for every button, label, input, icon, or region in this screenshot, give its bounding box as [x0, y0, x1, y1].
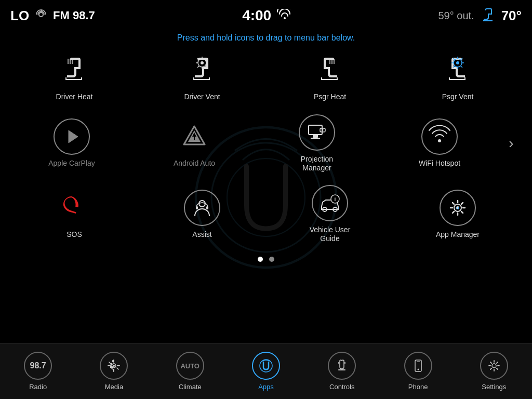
- app-manager-label: App Manager: [436, 230, 480, 239]
- psgr-heat-label: Psgr Heat: [314, 92, 346, 101]
- app-manager-button[interactable]: U App Manager: [394, 180, 522, 248]
- wifi-hotspot-button[interactable]: WiFi Hotspot: [378, 109, 501, 178]
- lo-indicator: LO: [10, 8, 29, 24]
- hint-bar: Press and hold icons to drag to menu bar…: [0, 31, 532, 47]
- sos-icon: [56, 190, 92, 226]
- nav-media[interactable]: Media: [76, 343, 152, 399]
- driver-heat-icon: [56, 52, 92, 88]
- connectivity-row: Apple CarPlay Android Auto: [10, 109, 522, 178]
- projection-icon: [299, 114, 335, 151]
- driver-heat-label: Driver Heat: [56, 92, 93, 101]
- seat-icon: [481, 7, 495, 24]
- psgr-heat-icon: [312, 52, 348, 88]
- hint-text: Press and hold icons to drag to menu bar…: [177, 33, 355, 42]
- svg-text:i: i: [335, 196, 336, 202]
- sos-button[interactable]: SOS: [10, 180, 138, 248]
- nav-climate-label: Climate: [179, 383, 202, 391]
- nav-apps-label: Apps: [258, 383, 274, 391]
- apple-carplay-button[interactable]: Apple CarPlay: [10, 109, 133, 178]
- seat-controls-row: Driver Heat: [10, 47, 522, 107]
- svg-point-62: [113, 365, 115, 367]
- nav-settings[interactable]: Settings: [456, 343, 532, 399]
- wifi-hotspot-icon: [421, 118, 458, 155]
- inside-temp: 70°: [501, 8, 522, 24]
- page-dots: [258, 257, 274, 262]
- android-auto-button[interactable]: Android Auto: [133, 109, 256, 178]
- nav-radio-label: Radio: [29, 383, 47, 391]
- svg-point-18: [201, 61, 204, 64]
- assist-icon: [184, 190, 220, 226]
- status-bar: LO FM 98.7 4:00 59° out.: [0, 0, 532, 31]
- bottom-nav: 98.7 Radio Media: [0, 343, 532, 399]
- svg-rect-39: [311, 138, 320, 139]
- android-auto-icon: [176, 118, 212, 155]
- status-center: 4:00: [242, 7, 291, 24]
- status-right: 59° out. 70°: [438, 7, 522, 24]
- nav-apps[interactable]: Apps: [228, 343, 304, 399]
- main-content: Driver Heat: [0, 47, 532, 348]
- nav-controls-label: Controls: [329, 383, 354, 391]
- nav-radio[interactable]: 98.7 Radio: [0, 343, 76, 399]
- projection-label: ProjectionManager: [301, 155, 333, 172]
- psgr-heat-button[interactable]: Psgr Heat: [266, 47, 394, 107]
- nav-media-label: Media: [105, 383, 123, 391]
- svg-line-28: [461, 66, 462, 68]
- next-page-button[interactable]: ›: [501, 135, 522, 152]
- svg-point-71: [492, 364, 496, 368]
- svg-rect-45: [206, 206, 208, 209]
- nav-phone[interactable]: Phone: [380, 343, 456, 399]
- driver-vent-button[interactable]: Driver Vent: [138, 47, 266, 107]
- driver-vent-label: Driver Vent: [184, 92, 220, 101]
- nav-settings-label: Settings: [482, 383, 506, 391]
- svg-point-0: [39, 12, 43, 17]
- svg-rect-38: [313, 135, 318, 138]
- svg-line-59: [453, 211, 454, 213]
- svg-rect-44: [196, 206, 198, 209]
- nav-settings-icon: [480, 352, 508, 380]
- vehicle-user-guide-button[interactable]: i Vehicle UserGuide: [266, 180, 394, 248]
- page-dot-1[interactable]: [258, 257, 263, 262]
- nav-phone-label: Phone: [408, 383, 428, 391]
- svg-line-57: [461, 211, 463, 213]
- vehicle-user-guide-icon: i: [312, 185, 348, 221]
- nav-climate[interactable]: AUTO Climate: [152, 343, 228, 399]
- wifi-icon: [276, 7, 291, 24]
- page-dot-2[interactable]: [269, 257, 274, 262]
- sos-label: SOS: [66, 230, 82, 239]
- svg-line-79: [490, 368, 491, 369]
- nav-radio-icon: 98.7: [24, 352, 52, 380]
- vehicle-guide-label: Vehicle UserGuide: [310, 225, 351, 243]
- svg-point-31: [456, 61, 459, 64]
- svg-line-58: [461, 203, 463, 204]
- svg-line-56: [453, 203, 454, 204]
- clock: 4:00: [242, 7, 271, 24]
- svg-line-77: [497, 368, 498, 369]
- psgr-vent-label: Psgr Vent: [442, 92, 474, 101]
- psgr-vent-button[interactable]: Psgr Vent: [394, 47, 522, 107]
- svg-point-41: [322, 129, 324, 130]
- svg-point-42: [438, 139, 441, 142]
- nav-controls[interactable]: Controls: [304, 343, 380, 399]
- projection-manager-button[interactable]: ProjectionManager: [256, 109, 378, 178]
- nav-climate-icon: AUTO: [176, 352, 204, 380]
- svg-marker-32: [69, 130, 78, 143]
- driver-heat-button[interactable]: Driver Heat: [10, 47, 138, 107]
- svg-line-76: [490, 362, 491, 363]
- app-manager-icon: U: [440, 190, 476, 226]
- wifi-hotspot-label: WiFi Hotspot: [419, 159, 460, 168]
- svg-point-70: [417, 369, 419, 370]
- nav-media-icon: [100, 352, 128, 380]
- assist-button[interactable]: Assist: [138, 180, 266, 248]
- services-row: SOS Assist: [10, 180, 522, 248]
- nav-radio-value: 98.7: [30, 361, 46, 370]
- nav-apps-icon: [252, 352, 280, 380]
- svg-line-17: [197, 66, 199, 68]
- svg-text:U: U: [456, 206, 459, 210]
- radio-wave-icon: [35, 9, 47, 22]
- assist-label: Assist: [192, 230, 211, 239]
- svg-rect-64: [110, 366, 113, 368]
- driver-vent-icon: [184, 52, 220, 88]
- carplay-icon: [54, 118, 90, 155]
- outside-temp: 59° out.: [438, 10, 474, 22]
- svg-point-63: [111, 364, 113, 365]
